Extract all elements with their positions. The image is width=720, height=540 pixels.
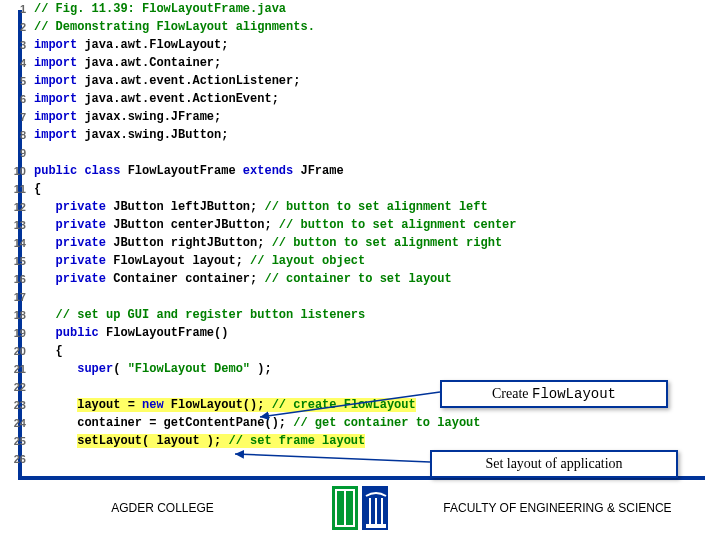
code-line: 6import java.awt.event.ActionEvent;: [0, 90, 580, 108]
line-number: 18: [0, 306, 34, 324]
line-number: 2: [0, 18, 34, 36]
code-content: import javax.swing.JButton;: [34, 126, 228, 144]
line-number: 22: [0, 378, 34, 396]
code-content: import java.awt.FlowLayout;: [34, 36, 228, 54]
line-number: 13: [0, 216, 34, 234]
code-line: 8import javax.swing.JButton;: [0, 126, 580, 144]
line-number: 10: [0, 162, 34, 180]
line-number: 12: [0, 198, 34, 216]
line-number: 5: [0, 72, 34, 90]
footer: AGDER COLLEGE FACULTY OF ENGINEERING & S…: [0, 484, 720, 532]
code-line: 24 container = getContentPane(); // get …: [0, 414, 580, 432]
code-content: container = getContentPane(); // get con…: [34, 414, 480, 432]
code-line: 3import java.awt.FlowLayout;: [0, 36, 580, 54]
code-content: private JButton centerJButton; // button…: [34, 216, 517, 234]
code-line: 2// Demonstrating FlowLayout alignments.: [0, 18, 580, 36]
footer-left-text: AGDER COLLEGE: [0, 501, 325, 515]
line-number: 24: [0, 414, 34, 432]
code-content: // Fig. 11.39: FlowLayoutFrame.java: [34, 0, 286, 18]
code-line: 1// Fig. 11.39: FlowLayoutFrame.java: [0, 0, 580, 18]
code-line: 18 // set up GUI and register button lis…: [0, 306, 580, 324]
code-content: public class FlowLayoutFrame extends JFr…: [34, 162, 344, 180]
code-content: public FlowLayoutFrame(): [34, 324, 228, 342]
code-line: 15 private FlowLayout layout; // layout …: [0, 252, 580, 270]
code-content: {: [34, 342, 63, 360]
code-line: 13 private JButton centerJButton; // but…: [0, 216, 580, 234]
line-number: 26: [0, 450, 34, 468]
code-line: 12 private JButton leftJButton; // butto…: [0, 198, 580, 216]
code-content: // set up GUI and register button listen…: [34, 306, 365, 324]
code-line: 11{: [0, 180, 580, 198]
line-number: 16: [0, 270, 34, 288]
callout-code: FlowLayout: [532, 386, 616, 402]
callout-text: Set layout of application: [485, 456, 622, 471]
code-line: 7import javax.swing.JFrame;: [0, 108, 580, 126]
code-line: 9: [0, 144, 580, 162]
code-content: super( "FlowLayout Demo" );: [34, 360, 272, 378]
code-content: setLayout( layout ); // set frame layout: [34, 432, 365, 450]
line-number: 19: [0, 324, 34, 342]
line-number: 8: [0, 126, 34, 144]
code-content: layout = new FlowLayout(); // create Flo…: [34, 396, 416, 414]
code-line: 20 {: [0, 342, 580, 360]
code-line: 14 private JButton rightJButton; // butt…: [0, 234, 580, 252]
callout-set-layout: Set layout of application: [430, 450, 678, 478]
code-line: 5import java.awt.event.ActionListener;: [0, 72, 580, 90]
line-number: 7: [0, 108, 34, 126]
code-content: private Container container; // containe…: [34, 270, 452, 288]
code-content: import java.awt.event.ActionListener;: [34, 72, 300, 90]
code-line: 4import java.awt.Container;: [0, 54, 580, 72]
code-line: 10public class FlowLayoutFrame extends J…: [0, 162, 580, 180]
code-content: private JButton leftJButton; // button t…: [34, 198, 488, 216]
footer-right-text: FACULTY OF ENGINEERING & SCIENCE: [395, 501, 720, 515]
line-number: 6: [0, 90, 34, 108]
callout-create-flowlayout: Create FlowLayout: [440, 380, 668, 408]
svg-rect-10: [366, 524, 386, 528]
code-content: private FlowLayout layout; // layout obj…: [34, 252, 365, 270]
college-logo: [325, 486, 395, 530]
code-content: {: [34, 180, 41, 198]
code-line: 21 super( "FlowLayout Demo" );: [0, 360, 580, 378]
code-content: // Demonstrating FlowLayout alignments.: [34, 18, 315, 36]
line-number: 23: [0, 396, 34, 414]
line-number: 15: [0, 252, 34, 270]
line-number: 3: [0, 36, 34, 54]
code-content: import java.awt.Container;: [34, 54, 221, 72]
line-number: 25: [0, 432, 34, 450]
line-number: 4: [0, 54, 34, 72]
line-number: 20: [0, 342, 34, 360]
code-line: 19 public FlowLayoutFrame(): [0, 324, 580, 342]
line-number: 9: [0, 144, 34, 162]
line-number: 11: [0, 180, 34, 198]
callout-text: Create: [492, 386, 532, 401]
code-line: 17: [0, 288, 580, 306]
code-content: private JButton rightJButton; // button …: [34, 234, 502, 252]
code-line: 16 private Container container; // conta…: [0, 270, 580, 288]
line-number: 1: [0, 0, 34, 18]
code-line: 25 setLayout( layout ); // set frame lay…: [0, 432, 580, 450]
code-content: import java.awt.event.ActionEvent;: [34, 90, 279, 108]
line-number: 21: [0, 360, 34, 378]
line-number: 14: [0, 234, 34, 252]
line-number: 17: [0, 288, 34, 306]
code-content: import javax.swing.JFrame;: [34, 108, 221, 126]
